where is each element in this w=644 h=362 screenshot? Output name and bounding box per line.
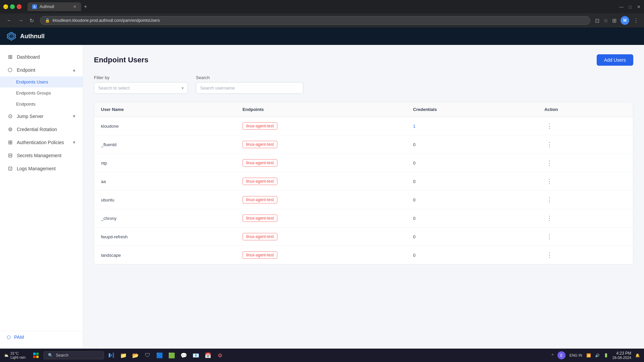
content-area: Endpoint Users Add Users Filter by Searc… <box>83 45 644 349</box>
nav-controls: ← → ↻ <box>5 16 35 25</box>
endpoint-badge: linux-agent-test <box>243 141 277 148</box>
credentials-value: 0 <box>413 197 416 202</box>
cell-action: ⋮ <box>538 172 633 191</box>
cell-endpoints: linux-agent-test <box>236 172 407 191</box>
filter-by-select[interactable]: Search to select <box>94 82 188 94</box>
table-row: ubuntu linux-agent-test 0 ⋮ <box>94 191 633 209</box>
sidebar-item-label-dashboard: Dashboard <box>17 54 40 60</box>
credentials-value: 0 <box>413 234 416 239</box>
cell-username: aa <box>94 172 236 191</box>
credentials-value: 0 <box>413 253 416 258</box>
action-menu-button[interactable]: ⋮ <box>544 195 554 204</box>
sidebar-child-endpoints-users[interactable]: Endpoints Users <box>0 76 83 87</box>
ssl-icon: 🔒 <box>45 18 50 23</box>
add-users-button[interactable]: Add Users <box>597 54 633 66</box>
cell-action: ⋮ <box>538 246 633 264</box>
action-menu-button[interactable]: ⋮ <box>544 140 554 149</box>
cell-endpoints: linux-agent-test <box>236 117 407 135</box>
table-header: User Name Endpoints Credentials Action <box>94 102 633 117</box>
table-row: kloudone linux-agent-test 1 ⋮ <box>94 117 633 135</box>
sidebar-item-label-credential-rotation: Credential Rotation <box>17 127 57 132</box>
table-body: kloudone linux-agent-test 1 ⋮ _fluentd l… <box>94 117 633 264</box>
sidebar-child-endpoints-groups[interactable]: Endpoints Groups <box>0 87 83 99</box>
maximize-button[interactable]: □ <box>10 4 15 9</box>
cell-endpoints: linux-agent-test <box>236 135 407 154</box>
sidebar-item-dashboard[interactable]: ⊞ Dashboard <box>0 50 83 63</box>
minimize-button[interactable]: — <box>3 4 8 9</box>
win-minimize-icon[interactable]: — <box>619 4 624 9</box>
table-row: _chrony linux-agent-test 0 ⋮ <box>94 209 633 228</box>
credentials-link[interactable]: 1 <box>413 124 416 129</box>
endpoint-badge: linux-agent-test <box>243 251 277 259</box>
cell-credentials: 0 <box>407 172 538 191</box>
forward-button[interactable]: → <box>17 16 25 25</box>
app-title: Authnull <box>20 33 45 40</box>
cell-action: ⋮ <box>538 117 633 135</box>
active-tab[interactable]: A Authnull ✕ <box>28 2 81 11</box>
sidebar-item-auth-policies[interactable]: ⊞ Authentication Policies ▼ <box>0 136 83 149</box>
dashboard-icon: ⊞ <box>7 54 13 60</box>
extensions-button[interactable]: ⊞ <box>612 17 616 24</box>
sidebar-item-secrets-management[interactable]: ⊟ Secrets Management <box>0 149 83 162</box>
win-maximize-icon[interactable]: □ <box>629 4 632 9</box>
action-menu-button[interactable]: ⋮ <box>544 214 554 223</box>
col-header-credentials: Credentials <box>407 102 538 117</box>
col-header-username: User Name <box>94 102 236 117</box>
cell-username: _chrony <box>94 209 236 228</box>
sidebar-item-pam[interactable]: ⬡ PAM <box>0 331 83 343</box>
action-menu-button[interactable]: ⋮ <box>544 232 554 241</box>
app-logo-icon <box>7 32 16 41</box>
action-menu-button[interactable]: ⋮ <box>544 251 554 259</box>
sidebar-item-label-auth-policies: Authentication Policies <box>17 140 64 145</box>
filter-by-label: Filter by <box>94 75 188 80</box>
cell-credentials: 0 <box>407 246 538 264</box>
table-row: fwupd-refresh linux-agent-test 0 ⋮ <box>94 228 633 246</box>
search-group: Search <box>196 75 303 94</box>
close-button[interactable]: ✕ <box>17 4 21 9</box>
url-text: kloudlearn.kloudone.prod.authnull.com/pa… <box>53 18 160 23</box>
endpoint-badge: linux-agent-test <box>243 178 277 185</box>
cell-credentials[interactable]: 1 <box>407 117 538 135</box>
auth-policies-expand-icon: ▼ <box>72 140 76 145</box>
sidebar-item-label-endpoint: Endpoint <box>17 67 35 73</box>
sidebar: ⊞ Dashboard ⬡ Endpoint ▲ Endpoints Users… <box>0 45 83 349</box>
sidebar-child-label-endpoints-users: Endpoints Users <box>16 79 48 84</box>
win-close-icon[interactable]: ✕ <box>637 4 641 9</box>
bookmark-button[interactable]: ☆ <box>603 17 608 24</box>
action-menu-button[interactable]: ⋮ <box>544 159 554 167</box>
cell-credentials: 0 <box>407 209 538 228</box>
endpoint-badge: linux-agent-test <box>243 159 277 167</box>
refresh-button[interactable]: ↻ <box>28 16 35 25</box>
credentials-value: 0 <box>413 216 416 221</box>
auth-policies-icon: ⊞ <box>7 139 13 145</box>
search-input[interactable] <box>196 82 303 94</box>
close-tab-icon[interactable]: ✕ <box>73 4 76 9</box>
sidebar-item-logs-management[interactable]: ⊡ Logs Management <box>0 162 83 175</box>
sidebar-item-endpoint[interactable]: ⬡ Endpoint ▲ <box>0 63 83 76</box>
credentials-value: 0 <box>413 179 416 184</box>
jump-server-icon: ⊙ <box>7 113 13 119</box>
main-layout: ⊞ Dashboard ⬡ Endpoint ▲ Endpoints Users… <box>0 45 644 349</box>
action-menu-button[interactable]: ⋮ <box>544 177 554 186</box>
new-tab-button[interactable]: + <box>81 2 90 11</box>
tab-title: Authnull <box>40 4 54 9</box>
table-row: ntp linux-agent-test 0 ⋮ <box>94 154 633 172</box>
endpoint-expand-icon: ▲ <box>72 68 76 72</box>
tab-favicon: A <box>32 4 37 9</box>
sidebar-item-credential-rotation[interactable]: ⊜ Credential Rotation <box>0 123 83 136</box>
cell-username: _fluentd <box>94 135 236 154</box>
back-button[interactable]: ← <box>5 16 13 25</box>
table-container: User Name Endpoints Credentials Action k… <box>94 102 633 264</box>
url-bar[interactable]: 🔒 kloudlearn.kloudone.prod.authnull.com/… <box>40 16 590 25</box>
profile-button[interactable]: M <box>621 16 629 25</box>
browser-window-controls: — □ ✕ <box>619 4 641 9</box>
sidebar-child-endpoints[interactable]: Endpoints <box>0 99 83 110</box>
cell-endpoints: linux-agent-test <box>236 246 407 264</box>
cast-button[interactable]: ⊡ <box>595 17 599 24</box>
cell-username: landscape <box>94 246 236 264</box>
sidebar-item-jump-server[interactable]: ⊙ Jump Server ▼ <box>0 110 83 123</box>
menu-button[interactable]: ⋮ <box>633 17 639 24</box>
endpoint-badge: linux-agent-test <box>243 215 277 222</box>
action-menu-button[interactable]: ⋮ <box>544 122 554 130</box>
credentials-value: 0 <box>413 161 416 166</box>
